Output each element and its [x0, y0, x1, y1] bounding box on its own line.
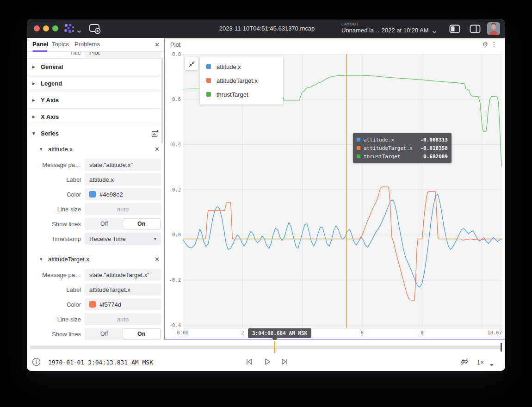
title-field-label: Title — [27, 52, 85, 56]
x-tick-label: 10.67 — [487, 330, 502, 335]
add-series-icon[interactable] — [151, 130, 159, 139]
line-size-input[interactable]: auto — [85, 203, 161, 215]
series-color-swatch — [357, 146, 360, 150]
series-attitude-x-fields: Message pa… state."attitude.x" Label att… — [27, 156, 164, 245]
y-tick-label: -0.4 — [165, 322, 181, 328]
color-swatch[interactable] — [89, 191, 96, 197]
speed-chevron-icon[interactable] — [489, 360, 494, 369]
remove-series-icon[interactable]: ✕ — [155, 256, 160, 263]
color-label: Color — [27, 191, 85, 198]
legend-item[interactable]: thrustTarget — [200, 87, 283, 101]
series-attitude-x-header[interactable]: ▾ attitude.x ✕ — [27, 142, 164, 156]
app-window: 2023-11-10T04:51:45.631370.mcap LAYOUT U… — [27, 19, 505, 371]
show-lines-on-button[interactable]: On — [123, 219, 161, 229]
show-lines-off-button[interactable]: Off — [86, 219, 123, 229]
plot-panel-title: Plot — [170, 41, 180, 48]
label-input[interactable]: attitude.x — [85, 173, 161, 185]
screen-background: 2023-11-10T04:51:45.631370.mcap LAYOUT U… — [0, 0, 532, 407]
layout-chevron-icon[interactable] — [432, 27, 437, 36]
series-attitude-target-x-header[interactable]: ▾ attitudeTarget.x ✕ — [27, 252, 164, 266]
label-label: Label — [27, 286, 85, 293]
layout-selector[interactable]: LAYOUT Unnamed la… 2022 at 10:20 AM — [341, 22, 429, 34]
label-label: Label — [27, 176, 85, 183]
x-tick-label: 2 — [241, 330, 244, 335]
line-size-label: Line size — [27, 206, 85, 213]
tab-topics[interactable]: Topics — [52, 41, 69, 48]
series-color-swatch — [206, 92, 211, 97]
series-attitude-target-x-fields: Message pa… state."attitudeTarget.x" Lab… — [27, 266, 164, 340]
y-tick-label: -0.2 — [165, 277, 181, 283]
timestamp-label: Timestamp — [27, 235, 85, 242]
legend-collapse-button[interactable] — [185, 57, 198, 70]
y-tick-label: 0.6 — [165, 96, 181, 102]
message-path-label: Message pa… — [27, 271, 85, 278]
left-sidebar-toggle-icon[interactable] — [449, 25, 460, 35]
color-input[interactable]: #4e98e2 — [85, 188, 161, 200]
label-input[interactable]: attitudeTarget.x — [85, 284, 161, 296]
color-input[interactable]: #f5774d — [85, 298, 161, 310]
section-y-axis[interactable]: ▸Y Axis — [27, 92, 164, 108]
timeline-scrubber[interactable] — [30, 345, 502, 349]
legend-item[interactable]: attitudeTarget.x — [200, 74, 283, 87]
color-label: Color — [27, 301, 85, 308]
playback-info-icon[interactable] — [32, 358, 41, 368]
chevron-down-icon: ▾ — [32, 130, 37, 136]
user-avatar[interactable] — [487, 22, 500, 35]
section-series[interactable]: ▾Series — [27, 125, 164, 142]
playback-speed[interactable]: 1× — [477, 359, 484, 366]
timeline-end-marker — [501, 343, 502, 352]
tab-problems[interactable]: Problems — [74, 41, 100, 48]
show-lines-on-button[interactable]: On — [123, 329, 161, 339]
seek-end-button[interactable] — [280, 358, 289, 368]
remove-series-icon[interactable]: ✕ — [155, 146, 160, 153]
series-color-swatch — [206, 78, 211, 83]
layout-label: LAYOUT — [341, 22, 429, 26]
tab-panel[interactable]: Panel — [32, 41, 49, 48]
loop-disabled-icon[interactable] — [460, 358, 469, 368]
line-size-input[interactable]: auto — [85, 313, 161, 325]
x-tick-label: 0.00 — [177, 330, 188, 335]
chevron-right-icon: ▸ — [32, 80, 37, 86]
show-lines-label: Show lines — [27, 331, 85, 338]
timestamp-select[interactable]: Receive Time ▾ — [85, 233, 161, 245]
y-tick-label: 0.4 — [165, 142, 181, 147]
message-path-input[interactable]: state."attitude.x" — [85, 159, 161, 171]
color-swatch[interactable] — [89, 301, 96, 308]
section-x-axis[interactable]: ▸X Axis — [27, 108, 164, 125]
settings-sidebar: Panel Topics Problems ✕ Title Plot ▸Gene… — [27, 38, 164, 340]
plot-panel-header: Plot ⚙ ⋮ — [165, 38, 505, 51]
sidebar-scroll-region: Title Plot ▸General ▸Legend ▸Y Axis ▸X A… — [27, 52, 164, 340]
seek-start-button[interactable] — [245, 358, 254, 368]
x-tick-label: 6 — [361, 330, 364, 335]
sidebar-tabs: Panel Topics Problems ✕ — [27, 38, 164, 52]
show-lines-toggle: Off On — [85, 218, 161, 230]
current-timestamp: 1970-01-01 3:04:13.831 AM MSK — [48, 359, 153, 366]
message-path-input[interactable]: state."attitudeTarget.x" — [85, 269, 161, 281]
title-field-input[interactable]: Plot — [85, 52, 161, 58]
section-legend[interactable]: ▸Legend — [27, 75, 164, 92]
y-axis-labels: 0.80.60.40.20.0-0.2-0.4 — [165, 54, 181, 328]
plot-panel: Plot ⚙ ⋮ 0.80.60.40.20.0-0.2-0.4 0.00246… — [164, 38, 505, 340]
line-size-label: Line size — [27, 316, 85, 323]
scrubber-time-tooltip: 3:04:08.684 AM MSK — [248, 328, 311, 338]
playhead-marker[interactable] — [274, 341, 275, 353]
show-lines-toggle: Off On — [85, 328, 161, 340]
chevron-down-icon: ▾ — [40, 146, 44, 152]
playback-bar: 1970-01-01 3:04:13.831 AM MSK — [27, 340, 505, 371]
legend-item[interactable]: attitude.x — [200, 60, 283, 74]
x-axis-labels: 0.00246810.67 — [183, 330, 502, 336]
panel-menu-dots-icon[interactable]: ⋮ — [491, 41, 497, 48]
close-sidebar-icon[interactable]: ✕ — [155, 41, 160, 48]
show-lines-off-button[interactable]: Off — [86, 329, 123, 339]
x-tick-label: 8 — [421, 330, 423, 335]
chevron-right-icon: ▸ — [32, 64, 37, 70]
series-color-swatch — [357, 154, 360, 158]
section-general[interactable]: ▸General — [27, 58, 164, 75]
message-path-label: Message pa… — [27, 161, 85, 168]
panel-settings-gear-icon[interactable]: ⚙ — [482, 41, 488, 48]
right-sidebar-toggle-icon[interactable] — [470, 25, 481, 35]
main-content: Panel Topics Problems ✕ Title Plot ▸Gene… — [27, 38, 505, 340]
play-button[interactable] — [263, 358, 272, 368]
series-color-swatch — [206, 64, 211, 69]
sidebar-scrollbar[interactable] — [161, 59, 163, 143]
